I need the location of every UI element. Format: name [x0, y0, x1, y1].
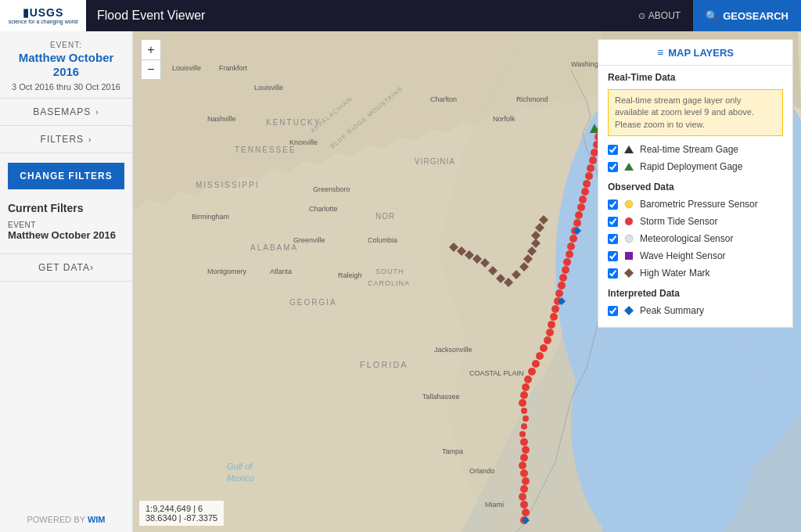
svg-text:MISSISSIPPI: MISSISSIPPI: [196, 181, 259, 189]
svg-point-87: [587, 164, 594, 172]
app-header: ▮USGS science for a changing world Flood…: [0, 0, 801, 31]
svg-point-65: [544, 336, 551, 344]
wim-link[interactable]: WIM: [88, 515, 106, 524]
svg-point-50: [520, 454, 528, 462]
svg-text:Louisville: Louisville: [254, 84, 283, 92]
svg-point-137: [625, 217, 633, 225]
lon-value: -87.3375: [184, 513, 217, 523]
filters-button[interactable]: FILTERS ›: [0, 126, 132, 153]
baro-checkbox[interactable]: [608, 200, 618, 210]
current-filters-label: Current Filters: [8, 202, 124, 214]
realtime-warning: Real-time stream gage layer only availab…: [608, 89, 783, 136]
svg-point-73: [559, 274, 567, 282]
black-triangle-icon: [623, 143, 635, 156]
coordinate-display: 1:9,244,649 | 6 38.6340 | -87.3375: [139, 501, 224, 526]
layer-highwater[interactable]: High Water Mark: [598, 264, 792, 282]
purple-square-icon: [623, 250, 635, 262]
svg-text:Montgomery: Montgomery: [207, 268, 247, 275]
svg-text:Frankfort: Frankfort: [219, 64, 248, 72]
zoom-out-button[interactable]: −: [141, 59, 161, 80]
get-data-button[interactable]: GET DATA ›: [0, 253, 132, 282]
wave-checkbox[interactable]: [608, 251, 618, 261]
svg-marker-141: [624, 306, 634, 315]
highwater-checkbox[interactable]: [608, 268, 618, 279]
rapid-deploy-checkbox[interactable]: [608, 162, 618, 172]
svg-marker-135: [624, 163, 634, 171]
layer-wave[interactable]: Wave Height Sensor: [598, 247, 792, 264]
observed-section-title: Observed Data: [598, 175, 792, 196]
event-label: EVENT:: [8, 41, 124, 49]
realtime-section-title: Real-Time Data: [598, 66, 792, 86]
svg-text:Orlando: Orlando: [469, 467, 494, 475]
svg-text:Louisville: Louisville: [172, 64, 201, 72]
svg-point-71: [555, 289, 563, 297]
svg-point-84: [581, 188, 589, 196]
green-triangle-icon: [623, 160, 635, 173]
lat-value: 38.6340: [145, 513, 177, 523]
svg-marker-140: [624, 268, 634, 278]
svg-point-60: [524, 376, 532, 383]
met-checkbox[interactable]: [608, 234, 618, 244]
svg-point-83: [579, 196, 587, 203]
zoom-value: 6: [198, 504, 203, 513]
geosearch-button[interactable]: 🔍 GEOSEARCH: [693, 0, 801, 31]
svg-point-56: [521, 408, 527, 414]
layer-realtime-stream[interactable]: Real-time Stream Gage: [598, 141, 792, 158]
svg-point-88: [589, 156, 597, 164]
about-button[interactable]: ⊙ ABOUT: [626, 10, 693, 21]
svg-point-77: [567, 243, 575, 250]
svg-text:ALABAMA: ALABAMA: [250, 243, 298, 252]
svg-text:Tampa: Tampa: [442, 448, 463, 455]
svg-point-72: [558, 282, 566, 289]
layer-baro[interactable]: Barometric Pressure Sensor: [598, 196, 792, 213]
layer-peak[interactable]: Peak Summary: [598, 302, 792, 319]
basemaps-button[interactable]: BASEMAPS ›: [0, 99, 132, 126]
layer-rapid-deploy[interactable]: Rapid Deployment Gage: [598, 158, 792, 175]
svg-text:NOR: NOR: [375, 212, 395, 221]
sidebar: EVENT: Matthew October 2016 3 Oct 2016 t…: [0, 31, 133, 532]
svg-point-76: [566, 250, 573, 258]
svg-point-138: [625, 235, 633, 243]
layer-storm[interactable]: Storm Tide Sensor: [598, 213, 792, 230]
filter-event-value: Matthew October 2016: [8, 229, 124, 241]
svg-text:Birmingham: Birmingham: [192, 213, 229, 221]
svg-text:Jacksonville: Jacksonville: [434, 346, 472, 354]
svg-point-62: [532, 360, 540, 368]
realtime-stream-checkbox[interactable]: [608, 145, 618, 155]
svg-text:FLORIDA: FLORIDA: [360, 360, 408, 369]
event-dates: 3 Oct 2016 thru 30 Oct 2016: [8, 82, 124, 92]
change-filters-button[interactable]: CHANGE FILTERS: [8, 163, 124, 189]
zoom-in-button[interactable]: +: [141, 39, 161, 59]
svg-point-53: [519, 431, 526, 437]
svg-point-66: [546, 329, 554, 336]
map-layers-header: ≡ MAP LAYERS: [598, 40, 792, 66]
event-name: Matthew October 2016: [8, 51, 124, 79]
zoom-controls: + −: [141, 39, 161, 80]
svg-point-49: [519, 462, 526, 469]
layer-met[interactable]: Meteorological Sensor: [598, 230, 792, 247]
svg-text:Mexico: Mexico: [227, 473, 254, 483]
svg-point-48: [520, 469, 528, 477]
gray-circle-icon: [623, 232, 635, 245]
storm-checkbox[interactable]: [608, 217, 618, 227]
layers-icon: ≡: [657, 46, 663, 59]
scale-value: 1:9,244,649: [145, 504, 191, 513]
blue-diamond-icon: [623, 304, 635, 317]
svg-point-64: [540, 344, 548, 352]
svg-point-55: [523, 415, 529, 422]
svg-point-80: [573, 219, 581, 227]
svg-text:Nashville: Nashville: [207, 115, 236, 123]
chevron-right-icon: ›: [95, 108, 99, 117]
yellow-circle-icon: [623, 198, 635, 210]
svg-point-58: [520, 391, 528, 399]
svg-text:COASTAL PLAIN: COASTAL PLAIN: [469, 369, 524, 377]
svg-point-85: [583, 180, 591, 188]
svg-point-75: [563, 258, 571, 266]
svg-point-52: [520, 438, 528, 446]
svg-text:Tallahassee: Tallahassee: [422, 393, 460, 401]
svg-point-82: [577, 203, 585, 211]
svg-point-59: [522, 383, 530, 391]
map-container[interactable]: Gulf of Mexico KENTUCKY MISSISSIPPI ALAB…: [133, 31, 801, 532]
peak-checkbox[interactable]: [608, 306, 618, 316]
svg-text:Richmond: Richmond: [516, 95, 548, 103]
